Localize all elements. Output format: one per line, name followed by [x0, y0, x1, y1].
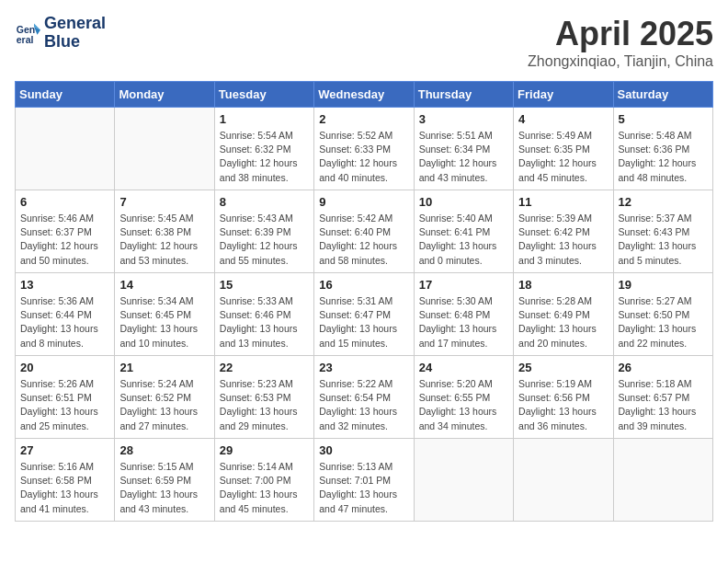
calendar-day-cell: 27Sunrise: 5:16 AMSunset: 6:58 PMDayligh…	[16, 439, 115, 522]
calendar-day-cell: 8Sunrise: 5:43 AMSunset: 6:39 PMDaylight…	[214, 190, 313, 273]
day-number: 23	[319, 361, 408, 374]
calendar-day-cell: 3Sunrise: 5:51 AMSunset: 6:34 PMDaylight…	[414, 108, 513, 190]
day-number: 28	[119, 443, 209, 457]
day-number: 26	[619, 361, 708, 374]
logo: Gen eral General Blue	[15, 15, 106, 52]
day-info: Sunrise: 5:46 AMSunset: 6:37 PMDaylight:…	[20, 212, 109, 268]
calendar-week-row: 6Sunrise: 5:46 AMSunset: 6:37 PMDaylight…	[16, 190, 713, 273]
weekday-header: Thursday	[414, 82, 513, 108]
day-info: Sunrise: 5:39 AMSunset: 6:42 PMDaylight:…	[518, 212, 608, 268]
calendar-day-cell	[16, 108, 115, 190]
weekday-header: Sunday	[16, 82, 115, 108]
calendar-day-cell: 28Sunrise: 5:15 AMSunset: 6:59 PMDayligh…	[115, 439, 214, 522]
day-number: 16	[319, 278, 408, 292]
calendar-day-cell	[414, 439, 513, 522]
day-number: 17	[419, 278, 508, 292]
day-info: Sunrise: 5:20 AMSunset: 6:55 PMDaylight:…	[419, 377, 508, 433]
day-number: 8	[220, 195, 309, 209]
day-info: Sunrise: 5:34 AMSunset: 6:45 PMDaylight:…	[119, 294, 209, 350]
day-info: Sunrise: 5:14 AMSunset: 7:00 PMDaylight:…	[220, 460, 309, 516]
weekday-header: Wednesday	[314, 82, 414, 108]
day-info: Sunrise: 5:24 AMSunset: 6:52 PMDaylight:…	[119, 377, 209, 433]
calendar-day-cell: 12Sunrise: 5:37 AMSunset: 6:43 PMDayligh…	[613, 190, 712, 273]
calendar-day-cell: 20Sunrise: 5:26 AMSunset: 6:51 PMDayligh…	[16, 356, 115, 439]
logo-text: General Blue	[44, 15, 106, 52]
day-info: Sunrise: 5:33 AMSunset: 6:46 PMDaylight:…	[220, 294, 309, 350]
day-number: 27	[20, 443, 109, 457]
calendar-day-cell: 5Sunrise: 5:48 AMSunset: 6:36 PMDaylight…	[613, 108, 712, 190]
day-number: 7	[119, 195, 209, 209]
day-info: Sunrise: 5:37 AMSunset: 6:43 PMDaylight:…	[619, 212, 708, 268]
calendar-day-cell: 9Sunrise: 5:42 AMSunset: 6:40 PMDaylight…	[314, 190, 414, 273]
day-info: Sunrise: 5:36 AMSunset: 6:44 PMDaylight:…	[20, 294, 109, 350]
day-info: Sunrise: 5:15 AMSunset: 6:59 PMDaylight:…	[119, 460, 209, 516]
day-info: Sunrise: 5:49 AMSunset: 6:35 PMDaylight:…	[518, 129, 608, 185]
day-number: 10	[419, 195, 508, 209]
day-number: 11	[518, 195, 608, 209]
calendar-day-cell: 13Sunrise: 5:36 AMSunset: 6:44 PMDayligh…	[16, 273, 115, 356]
calendar-day-cell: 18Sunrise: 5:28 AMSunset: 6:49 PMDayligh…	[514, 273, 613, 356]
day-number: 15	[220, 278, 309, 292]
month-title: April 2025	[528, 15, 713, 53]
day-info: Sunrise: 5:40 AMSunset: 6:41 PMDaylight:…	[419, 212, 508, 268]
day-info: Sunrise: 5:52 AMSunset: 6:33 PMDaylight:…	[319, 129, 408, 185]
weekday-header: Tuesday	[214, 82, 313, 108]
page-header: Gen eral General Blue April 2025 Zhongxi…	[15, 15, 713, 70]
weekday-header: Monday	[115, 82, 214, 108]
calendar-week-row: 13Sunrise: 5:36 AMSunset: 6:44 PMDayligh…	[16, 273, 713, 356]
weekday-header: Friday	[514, 82, 613, 108]
day-number: 20	[20, 361, 109, 374]
day-info: Sunrise: 5:26 AMSunset: 6:51 PMDaylight:…	[20, 377, 109, 433]
calendar-day-cell: 11Sunrise: 5:39 AMSunset: 6:42 PMDayligh…	[514, 190, 613, 273]
day-number: 30	[319, 443, 408, 457]
calendar-table: SundayMondayTuesdayWednesdayThursdayFrid…	[15, 81, 713, 522]
calendar-day-cell: 22Sunrise: 5:23 AMSunset: 6:53 PMDayligh…	[214, 356, 313, 439]
calendar-day-cell: 17Sunrise: 5:30 AMSunset: 6:48 PMDayligh…	[414, 273, 513, 356]
calendar-day-cell: 15Sunrise: 5:33 AMSunset: 6:46 PMDayligh…	[214, 273, 313, 356]
day-number: 1	[220, 112, 309, 126]
calendar-day-cell	[613, 439, 712, 522]
calendar-day-cell	[514, 439, 613, 522]
day-number: 5	[619, 112, 708, 126]
day-info: Sunrise: 5:30 AMSunset: 6:48 PMDaylight:…	[419, 294, 508, 350]
day-number: 29	[220, 443, 309, 457]
calendar-day-cell: 19Sunrise: 5:27 AMSunset: 6:50 PMDayligh…	[613, 273, 712, 356]
logo-icon: Gen eral	[15, 20, 40, 46]
svg-text:eral: eral	[17, 33, 34, 44]
calendar-day-cell: 7Sunrise: 5:45 AMSunset: 6:38 PMDaylight…	[115, 190, 214, 273]
calendar-day-cell: 14Sunrise: 5:34 AMSunset: 6:45 PMDayligh…	[115, 273, 214, 356]
calendar-day-cell: 30Sunrise: 5:13 AMSunset: 7:01 PMDayligh…	[314, 439, 414, 522]
calendar-day-cell: 24Sunrise: 5:20 AMSunset: 6:55 PMDayligh…	[414, 356, 513, 439]
day-number: 13	[20, 278, 109, 292]
calendar-week-row: 1Sunrise: 5:54 AMSunset: 6:32 PMDaylight…	[16, 108, 713, 190]
calendar-day-cell: 26Sunrise: 5:18 AMSunset: 6:57 PMDayligh…	[613, 356, 712, 439]
day-number: 25	[518, 361, 608, 374]
calendar-day-cell: 21Sunrise: 5:24 AMSunset: 6:52 PMDayligh…	[115, 356, 214, 439]
day-info: Sunrise: 5:22 AMSunset: 6:54 PMDaylight:…	[319, 377, 408, 433]
day-info: Sunrise: 5:13 AMSunset: 7:01 PMDaylight:…	[319, 460, 408, 516]
calendar-week-row: 27Sunrise: 5:16 AMSunset: 6:58 PMDayligh…	[16, 439, 713, 522]
day-number: 12	[619, 195, 708, 209]
calendar-day-cell: 29Sunrise: 5:14 AMSunset: 7:00 PMDayligh…	[214, 439, 313, 522]
day-number: 21	[119, 361, 209, 374]
day-info: Sunrise: 5:28 AMSunset: 6:49 PMDaylight:…	[518, 294, 608, 350]
calendar-day-cell: 10Sunrise: 5:40 AMSunset: 6:41 PMDayligh…	[414, 190, 513, 273]
title-block: April 2025 Zhongxinqiao, Tianjin, China	[528, 15, 713, 70]
day-info: Sunrise: 5:16 AMSunset: 6:58 PMDaylight:…	[20, 460, 109, 516]
day-info: Sunrise: 5:51 AMSunset: 6:34 PMDaylight:…	[419, 129, 508, 185]
day-info: Sunrise: 5:23 AMSunset: 6:53 PMDaylight:…	[220, 377, 309, 433]
calendar-day-cell: 1Sunrise: 5:54 AMSunset: 6:32 PMDaylight…	[214, 108, 313, 190]
calendar-day-cell: 25Sunrise: 5:19 AMSunset: 6:56 PMDayligh…	[514, 356, 613, 439]
day-info: Sunrise: 5:48 AMSunset: 6:36 PMDaylight:…	[619, 129, 708, 185]
calendar-day-cell: 2Sunrise: 5:52 AMSunset: 6:33 PMDaylight…	[314, 108, 414, 190]
day-number: 18	[518, 278, 608, 292]
weekday-header: Saturday	[613, 82, 712, 108]
day-number: 19	[619, 278, 708, 292]
day-number: 3	[419, 112, 508, 126]
calendar-day-cell: 16Sunrise: 5:31 AMSunset: 6:47 PMDayligh…	[314, 273, 414, 356]
calendar-day-cell: 4Sunrise: 5:49 AMSunset: 6:35 PMDaylight…	[514, 108, 613, 190]
calendar-day-cell: 23Sunrise: 5:22 AMSunset: 6:54 PMDayligh…	[314, 356, 414, 439]
location: Zhongxinqiao, Tianjin, China	[528, 53, 713, 70]
day-number: 4	[518, 112, 608, 126]
calendar-week-row: 20Sunrise: 5:26 AMSunset: 6:51 PMDayligh…	[16, 356, 713, 439]
